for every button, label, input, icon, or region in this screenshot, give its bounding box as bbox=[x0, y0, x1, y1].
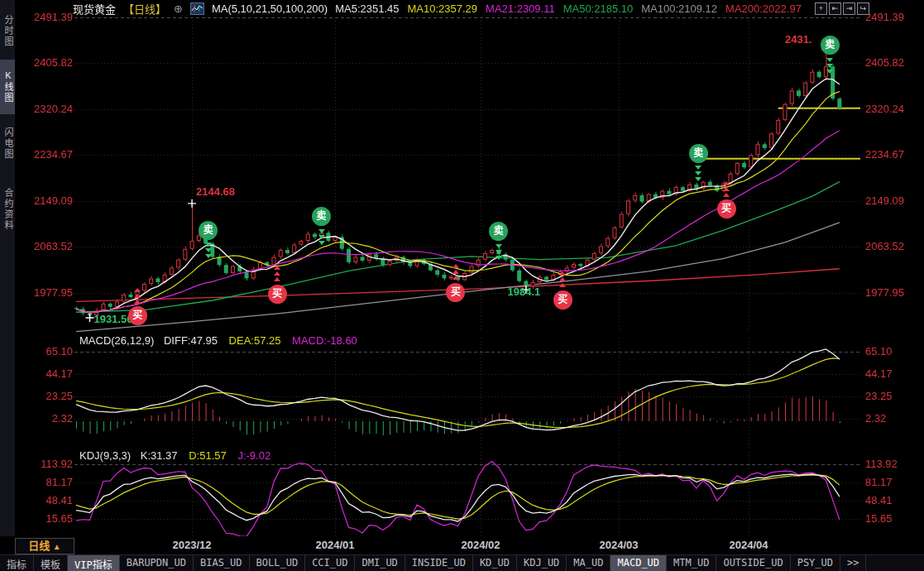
sell-arrow-icon bbox=[496, 244, 502, 248]
pane-shift-right-icon[interactable]: ⇥ bbox=[843, 2, 855, 15]
sell-arrow-icon bbox=[695, 171, 701, 175]
y-axis-label-left: 44.17 bbox=[17, 367, 73, 380]
buy-arrow-icon bbox=[559, 271, 566, 276]
ma-value-label: MA10:2357.29 bbox=[408, 2, 478, 15]
sell-arrow-icon bbox=[205, 242, 212, 247]
indicator-tab-outside_ud[interactable]: OUTSIDE_UD bbox=[716, 555, 790, 571]
chart-titlebar: 现货黄金 【日线】 ⊕ MA(5,10,21,50,100,200) MA5:2… bbox=[73, 2, 823, 16]
period-selector[interactable]: 日线 ▲ bbox=[15, 538, 74, 554]
buy-arrow-icon bbox=[274, 271, 280, 276]
sell-arrow-icon bbox=[318, 241, 325, 245]
indicator-tab-barupdn_ud[interactable]: BARUPDN_UD bbox=[120, 555, 194, 571]
period-selector-label: 日线 bbox=[28, 540, 50, 552]
indicator-tab-[interactable]: 模板 bbox=[34, 555, 68, 571]
left-sidebar: 分时图K线图闪电图合约资料 bbox=[0, 0, 15, 536]
indicator-tab-ma_ud[interactable]: MA_UD bbox=[567, 555, 610, 571]
price-annotation: 1984.1 bbox=[508, 286, 541, 298]
buy-signal-marker: 买 bbox=[553, 290, 572, 309]
indicator-tab-bias_ud[interactable]: BIAS_UD bbox=[194, 555, 250, 571]
sidebar-item-4[interactable]: 合约资料 bbox=[0, 172, 15, 247]
y-axis-label-right: 15.65 bbox=[865, 512, 893, 525]
y-axis-label-left: 23.25 bbox=[17, 390, 73, 402]
ma-values-group: MA5:2351.45MA10:2357.29MA21:2309.11MA50:… bbox=[335, 2, 810, 15]
y-axis-label-right: 65.10 bbox=[865, 345, 893, 357]
macd-diff-value: DIFF:47.95 bbox=[164, 334, 218, 347]
kdj-formula: KDJ(9,3,3) bbox=[79, 449, 131, 462]
y-axis-label-left: 15.65 bbox=[17, 512, 73, 525]
pan-move-icon[interactable]: + bbox=[815, 2, 827, 15]
kdj-panel-header: KDJ(9,3,3) K:31.37 D:51.57 J:-9.02 bbox=[79, 449, 270, 462]
y-axis-label-left: 2.32 bbox=[17, 412, 73, 425]
y-axis-label-left: 2234.67 bbox=[17, 148, 73, 161]
x-axis-date-label: 2024/03 bbox=[600, 539, 639, 551]
indicator-tab-kd_ud[interactable]: KD_UD bbox=[473, 555, 517, 571]
sidebar-item-1[interactable]: 分时图 bbox=[0, 3, 15, 58]
buy-arrow-icon bbox=[723, 187, 730, 191]
buy-signal-marker: 买 bbox=[128, 306, 147, 325]
sell-arrow-icon bbox=[826, 70, 833, 74]
y-axis-label-right: 2320.24 bbox=[865, 103, 904, 115]
sell-arrow-icon bbox=[695, 166, 701, 170]
tabs-more-button[interactable]: >> bbox=[840, 555, 866, 571]
sell-arrow-icon bbox=[205, 248, 212, 252]
indicator-collapse-icon[interactable]: ⊕ bbox=[174, 2, 183, 15]
indicator-tab-kdj_ud[interactable]: KDJ_UD bbox=[517, 555, 567, 571]
y-axis-label-right: 2234.67 bbox=[865, 148, 904, 161]
y-axis-label-left: 2405.82 bbox=[17, 56, 73, 69]
buy-arrow-icon bbox=[274, 266, 280, 270]
indicator-tab-inside_ud[interactable]: INSIDE_UD bbox=[405, 555, 473, 571]
period-title: 【日线】 bbox=[123, 1, 166, 17]
y-axis-label-left: 81.17 bbox=[17, 476, 73, 488]
buy-arrow-icon bbox=[452, 276, 459, 280]
indicator-tab-mtm_ud[interactable]: MTM_UD bbox=[667, 555, 716, 571]
sidebar-item-3[interactable]: 闪电图 bbox=[0, 116, 15, 170]
indicator-tab-vip[interactable]: VIP指标 bbox=[68, 555, 120, 571]
indicator-tab-dmi_ud[interactable]: DMI_UD bbox=[355, 555, 405, 571]
y-axis-label-left: 113.92 bbox=[17, 458, 73, 470]
buy-signal-marker: 买 bbox=[268, 285, 287, 304]
x-axis-date-label: 2024/04 bbox=[730, 539, 768, 551]
pop-out-icon[interactable]: ↪ bbox=[857, 2, 869, 15]
sell-arrow-icon bbox=[826, 58, 833, 62]
indicator-tab-macd_ud[interactable]: MACD_UD bbox=[610, 555, 667, 571]
ma-value-label: MA100:2109.12 bbox=[641, 2, 717, 15]
buy-arrow-icon bbox=[723, 193, 730, 197]
ma-overlay-label: MA(5,10,21,50,100,200) bbox=[212, 2, 328, 15]
ma-value-label: MA21:2309.11 bbox=[486, 2, 555, 15]
indicator-tab-boll_ud[interactable]: BOLL_UD bbox=[250, 555, 306, 571]
y-axis-label-right: 113.92 bbox=[865, 458, 898, 470]
x-axis-date-label: 2024/02 bbox=[462, 539, 500, 551]
pane-shift-left-icon[interactable]: ⇤ bbox=[829, 2, 841, 15]
y-axis-label-right: 2491.39 bbox=[865, 11, 904, 23]
kdj-j-value: J:-9.02 bbox=[237, 449, 270, 462]
indicator-tab-cci_ud[interactable]: CCI_UD bbox=[305, 555, 355, 571]
y-axis-label-left: 2149.09 bbox=[17, 194, 73, 207]
x-axis-row: 日线 ▲ 2023/122024/012024/022024/032024/04 bbox=[0, 536, 924, 555]
y-axis-label-right: 81.17 bbox=[865, 476, 893, 488]
y-axis-label-right: 23.25 bbox=[865, 390, 893, 402]
buy-arrow-icon bbox=[134, 288, 141, 292]
kdj-k-value: K:31.37 bbox=[141, 449, 178, 462]
chart-window-controls: +⇤⇥↪ bbox=[815, 2, 869, 15]
macd-panel-header: MACD(26,12,9) DIFF:47.95 DEA:57.25 MACD:… bbox=[79, 334, 357, 347]
indicator-tab-[interactable]: 指标 bbox=[0, 555, 34, 571]
y-axis-label-right: 2405.82 bbox=[865, 56, 904, 69]
buy-arrow-icon bbox=[452, 270, 459, 274]
price-annotation: 2431. bbox=[785, 33, 812, 46]
sell-arrow-icon bbox=[695, 177, 701, 181]
sell-signal-marker: 卖 bbox=[199, 221, 218, 240]
sell-arrow-icon bbox=[318, 235, 325, 239]
y-axis-label-left: 48.41 bbox=[17, 494, 73, 506]
macd-dea-value: DEA:57.25 bbox=[229, 334, 281, 347]
sell-arrow-icon bbox=[496, 256, 502, 260]
kline-chart-icon[interactable] bbox=[190, 2, 204, 15]
y-axis-label-right: 44.17 bbox=[865, 367, 893, 380]
x-axis-date-label: 2023/12 bbox=[173, 539, 212, 551]
sidebar-item-2[interactable]: K线图 bbox=[0, 60, 15, 114]
buy-arrow-icon bbox=[134, 300, 141, 304]
trading-app-window: 分时图K线图闪电图合约资料 现货黄金 【日线】 ⊕ MA(5,10,21,50,… bbox=[0, 0, 924, 571]
y-axis-label-right: 2063.52 bbox=[865, 240, 904, 252]
buy-arrow-icon bbox=[452, 264, 459, 268]
y-axis-label-right: 1977.95 bbox=[865, 286, 904, 299]
indicator-tab-psy_ud[interactable]: PSY_UD bbox=[791, 555, 840, 571]
